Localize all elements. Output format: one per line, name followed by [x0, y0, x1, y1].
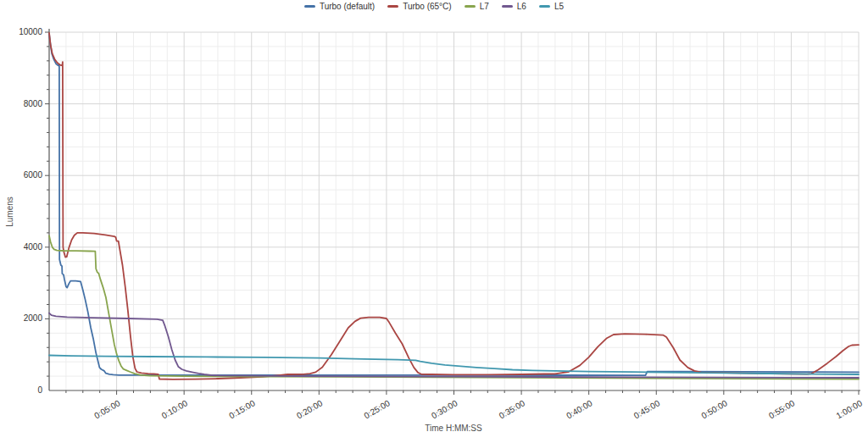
y-tick-label: 10000 — [19, 27, 42, 36]
legend-swatch-turbo-65c — [387, 5, 398, 8]
y-tick-label: 4000 — [24, 242, 43, 252]
y-tick-label: 8000 — [24, 99, 43, 108]
legend-label: L7 — [480, 2, 489, 11]
x-tick-label: 1:00:00 — [835, 398, 865, 420]
legend-label: L6 — [517, 2, 526, 11]
axis-lines — [49, 29, 860, 390]
major-gridlines — [49, 32, 859, 390]
y-tick-label: 6000 — [24, 170, 43, 180]
legend-swatch-turbo-default — [304, 5, 315, 8]
x-tick-label: 0:55:00 — [767, 398, 797, 420]
legend-item-l6: L6 — [502, 2, 526, 11]
x-tick-label: 0:35:00 — [498, 398, 527, 420]
y-axis-tick-labels: 0200040006000800010000 — [19, 27, 42, 395]
x-tick-label: 0:25:00 — [363, 398, 392, 420]
legend-swatch-l5 — [539, 5, 550, 8]
legend-item-turbo-default: Turbo (default) — [304, 2, 375, 11]
legend-label: L5 — [554, 2, 564, 11]
x-tick-label: 0:30:00 — [430, 398, 459, 420]
x-tick-label: 0:40:00 — [565, 398, 594, 420]
x-tick-label: 0:45:00 — [632, 398, 662, 420]
x-tick-label: 0:20:00 — [295, 398, 325, 420]
legend-swatch-l7 — [465, 5, 476, 8]
lumens-runtime-chart: 0:05:000:10:000:15:000:20:000:25:000:30:… — [0, 0, 868, 443]
runtime-chart-container: Turbo (default)Turbo (65°C)L7L6L5 0:05:0… — [0, 0, 868, 443]
x-tick-label: 0:10:00 — [160, 398, 190, 420]
x-tick-label: 0:15:00 — [227, 398, 257, 420]
y-tick-label: 0 — [37, 385, 42, 395]
x-tick-label: 0:05:00 — [92, 398, 122, 420]
legend-label: Turbo (65°C) — [403, 2, 452, 11]
x-axis-tick-labels: 0:05:000:10:000:15:000:20:000:25:000:30:… — [92, 398, 864, 420]
legend-item-l5: L5 — [539, 2, 564, 11]
x-tick-label: 0:50:00 — [699, 398, 729, 420]
y-axis-title: Lumens — [5, 197, 14, 227]
legend-swatch-l6 — [502, 5, 513, 8]
legend-label: Turbo (default) — [320, 2, 375, 11]
y-tick-label: 2000 — [24, 313, 43, 323]
legend-item-l7: L7 — [465, 2, 489, 11]
chart-legend: Turbo (default)Turbo (65°C)L7L6L5 — [0, 2, 868, 11]
x-axis-title: Time H:MM:SS — [425, 424, 482, 433]
legend-item-turbo-65c: Turbo (65°C) — [387, 2, 452, 11]
